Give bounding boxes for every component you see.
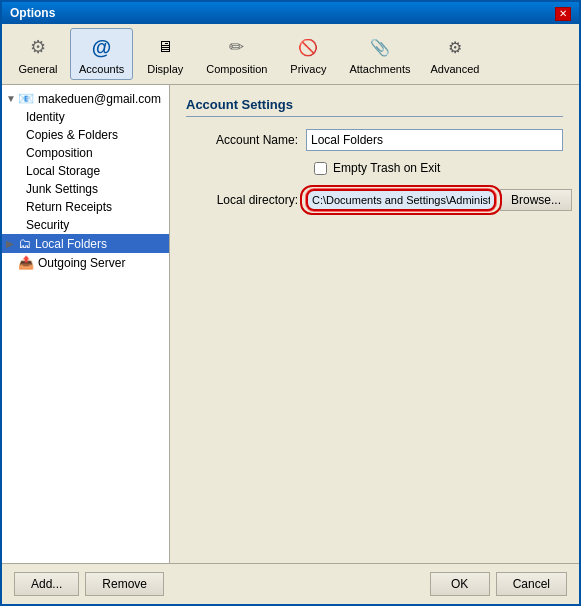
monitor-icon — [151, 33, 179, 61]
outgoing-expand-icon — [6, 257, 18, 268]
footer: Add... Remove OK Cancel — [2, 563, 579, 604]
local-directory-input[interactable] — [306, 189, 496, 211]
window-title: Options — [10, 6, 55, 20]
sidebar-item-return-receipts[interactable]: Return Receipts — [2, 198, 169, 216]
sidebar-label-local-folders: Local Folders — [35, 237, 107, 251]
content-area: Account Settings Account Name: Empty Tra… — [170, 85, 579, 563]
sidebar-item-copies-folders[interactable]: Copies & Folders — [2, 126, 169, 144]
sidebar-label-makeduen: makeduen@gmail.com — [38, 92, 161, 106]
account-name-row: Account Name: — [186, 129, 563, 151]
sidebar-label-return-receipts: Return Receipts — [26, 200, 112, 214]
empty-trash-checkbox[interactable] — [314, 162, 327, 175]
pencil-icon — [223, 33, 251, 61]
toolbar-label-display: Display — [147, 63, 183, 75]
toolbar-label-accounts: Accounts — [79, 63, 124, 75]
toolbar-item-accounts[interactable]: Accounts — [70, 28, 133, 80]
toolbar-item-advanced[interactable]: Advanced — [422, 28, 489, 80]
sidebar-item-local-storage[interactable]: Local Storage — [2, 162, 169, 180]
outgoing-server-icon: 📤 — [18, 255, 34, 270]
toolbar-item-attachments[interactable]: Attachments — [340, 28, 419, 80]
toolbar-item-display[interactable]: Display — [135, 28, 195, 80]
footer-left: Add... Remove — [14, 572, 164, 596]
browse-button[interactable]: Browse... — [500, 189, 572, 211]
toolbar-item-composition[interactable]: Composition — [197, 28, 276, 80]
at-icon — [88, 33, 116, 61]
add-button[interactable]: Add... — [14, 572, 79, 596]
advanced-icon — [441, 33, 469, 61]
toolbar-item-general[interactable]: General — [8, 28, 68, 80]
paperclip-icon — [366, 33, 394, 61]
expand-icon: ▼ — [6, 93, 18, 104]
sidebar-item-junk-settings[interactable]: Junk Settings — [2, 180, 169, 198]
sidebar-item-security[interactable]: Security — [2, 216, 169, 234]
directory-input-wrapper — [306, 189, 496, 211]
sidebar-label-identity: Identity — [26, 110, 65, 124]
toolbar-label-composition: Composition — [206, 63, 267, 75]
local-folders-icon: 🗂 — [18, 236, 31, 251]
toolbar-label-attachments: Attachments — [349, 63, 410, 75]
options-window: Options ✕ General Accounts Display Compo… — [0, 0, 581, 606]
cancel-button[interactable]: Cancel — [496, 572, 567, 596]
footer-right: OK Cancel — [430, 572, 567, 596]
title-bar: Options ✕ — [2, 2, 579, 24]
sidebar-label-copies-folders: Copies & Folders — [26, 128, 118, 142]
toolbar-label-general: General — [18, 63, 57, 75]
toolbar: General Accounts Display Composition Pri… — [2, 24, 579, 85]
sidebar-item-local-folders[interactable]: ▶ 🗂 Local Folders — [2, 234, 169, 253]
title-bar-controls: ✕ — [555, 6, 571, 21]
empty-trash-row: Empty Trash on Exit — [314, 161, 563, 175]
privacy-icon — [294, 33, 322, 61]
account-name-input[interactable] — [306, 129, 563, 151]
section-title: Account Settings — [186, 97, 563, 117]
local-directory-label: Local directory: — [186, 193, 306, 207]
sidebar-item-composition[interactable]: Composition — [2, 144, 169, 162]
sidebar-label-security: Security — [26, 218, 69, 232]
sidebar-label-junk-settings: Junk Settings — [26, 182, 98, 196]
sidebar-item-identity[interactable]: Identity — [2, 108, 169, 126]
sidebar-label-composition: Composition — [26, 146, 93, 160]
toolbar-label-privacy: Privacy — [290, 63, 326, 75]
toolbar-item-privacy[interactable]: Privacy — [278, 28, 338, 80]
sidebar: ▼ 📧 makeduen@gmail.com Identity Copies &… — [2, 85, 170, 563]
main-content: ▼ 📧 makeduen@gmail.com Identity Copies &… — [2, 85, 579, 563]
toolbar-label-advanced: Advanced — [431, 63, 480, 75]
sidebar-item-makeduen[interactable]: ▼ 📧 makeduen@gmail.com — [2, 89, 169, 108]
close-button[interactable]: ✕ — [555, 7, 571, 21]
expand-collapsed-icon: ▶ — [6, 238, 18, 249]
sidebar-item-outgoing-server[interactable]: 📤 Outgoing Server — [2, 253, 169, 272]
local-directory-row: Local directory: Browse... — [186, 189, 563, 211]
sidebar-label-local-storage: Local Storage — [26, 164, 100, 178]
sidebar-label-outgoing-server: Outgoing Server — [38, 256, 125, 270]
remove-button[interactable]: Remove — [85, 572, 164, 596]
account-name-label: Account Name: — [186, 133, 306, 147]
empty-trash-label: Empty Trash on Exit — [333, 161, 440, 175]
gear-icon — [24, 33, 52, 61]
account-icon: 📧 — [18, 91, 34, 106]
ok-button[interactable]: OK — [430, 572, 490, 596]
